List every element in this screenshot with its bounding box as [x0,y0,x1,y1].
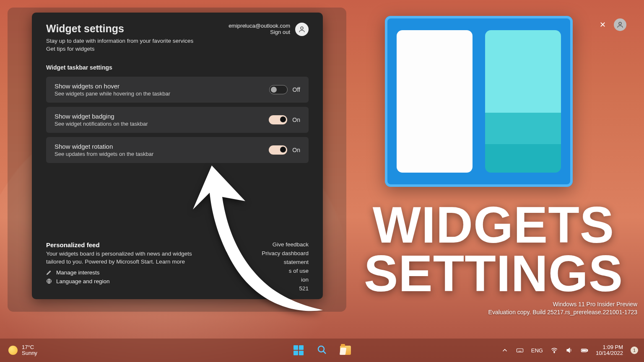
svg-rect-5 [517,349,523,352]
keyboard-icon[interactable] [516,346,524,354]
setting-rotation: Show widget rotation See updates from wi… [46,137,309,163]
widgets-app-icon [385,16,573,187]
svg-point-3 [318,346,324,352]
taskbar-clock[interactable]: 1:09 PM 10/14/2022 [596,344,623,357]
taskbar-weather[interactable]: 17°C Sunny [6,344,37,357]
search-button[interactable] [316,344,328,356]
section-label: Widget taskbar settings [46,64,309,71]
avatar-icon[interactable] [295,23,309,36]
notification-badge[interactable]: 1 [631,346,638,354]
svg-line-4 [323,351,326,354]
toggle-hover[interactable] [269,85,288,94]
chevron-up-icon[interactable] [501,346,509,354]
svg-rect-14 [582,350,586,352]
globe-icon [46,278,52,284]
wifi-icon[interactable] [551,346,558,354]
feed-title: Personalized feed [46,241,197,248]
give-feedback-link[interactable]: Give feedback [262,241,309,248]
hero-text: WIDGETS SETTINGS [348,201,639,298]
sign-out-link[interactable]: Sign out [270,29,290,35]
svg-point-1 [301,27,303,29]
build-number: 521 [262,285,309,292]
toggle-badging[interactable] [269,115,287,124]
privacy-statement-link[interactable]: statement [262,259,309,265]
weather-icon [8,346,18,355]
svg-rect-13 [587,350,588,352]
terms-of-use-link[interactable]: s of use [262,268,309,274]
setting-hover: Show widgets on hover See widgets pane w… [46,77,309,103]
pencil-icon [46,269,52,275]
widget-settings-panel: Widget settings Stay up to date with inf… [32,13,323,299]
account-block: emipreluca@outlook.com Sign out [229,23,309,53]
battery-icon[interactable] [581,346,588,354]
volume-icon[interactable] [566,346,573,354]
close-button[interactable]: ✕ [596,18,609,31]
language-region-link[interactable]: Language and region [46,278,197,284]
toggle-rotation[interactable] [269,145,287,155]
taskbar: 17°C Sunny ENG [0,339,644,362]
svg-point-11 [554,352,555,353]
feed-desc: Your widgets board is personalized with … [46,250,197,266]
evaluation-watermark: Windows 11 Pro Insider Preview Evaluatio… [488,300,637,317]
file-explorer-button[interactable] [340,344,351,356]
region-link[interactable]: ion [262,277,309,283]
profile-button[interactable] [614,18,626,31]
panel-title: Widget settings [46,23,193,35]
setting-badging: Show widget badging See widget notificat… [46,107,309,133]
panel-subtitle: Stay up to date with information from yo… [46,37,193,53]
account-email: emipreluca@outlook.com [229,23,290,29]
footer-links: Give feedback Privacy dashboard statemen… [262,241,309,292]
svg-point-0 [619,22,621,25]
privacy-dashboard-link[interactable]: Privacy dashboard [262,250,309,256]
start-button[interactable] [293,344,304,356]
language-indicator[interactable]: ENG [531,347,543,354]
manage-interests-link[interactable]: Manage interests [46,269,197,276]
